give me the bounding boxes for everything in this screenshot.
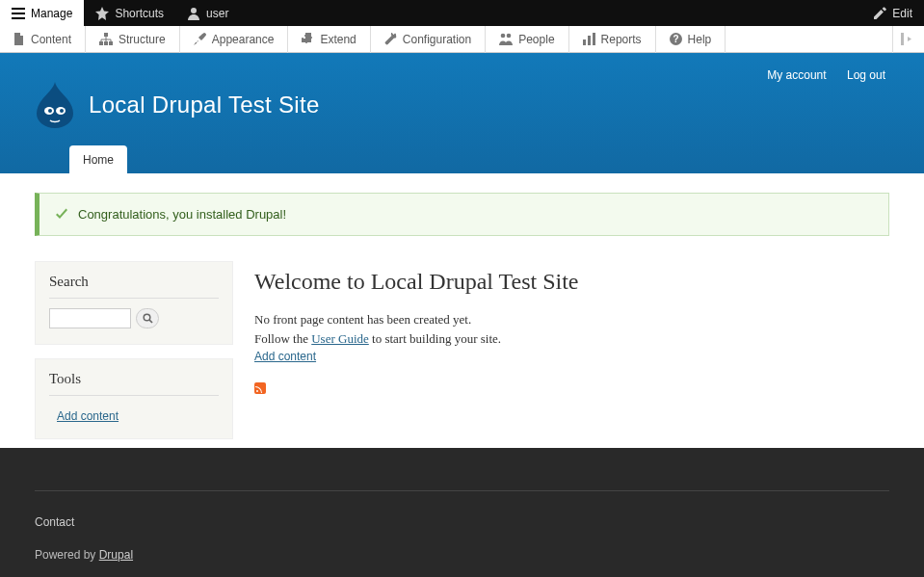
admin-appearance[interactable]: Appearance — [180, 26, 289, 53]
svg-point-9 — [507, 34, 512, 39]
toggle-icon — [901, 33, 916, 45]
svg-rect-7 — [109, 41, 113, 45]
add-content-link[interactable]: Add content — [254, 350, 316, 363]
svg-point-8 — [501, 34, 506, 39]
my-account-link[interactable]: My account — [767, 68, 826, 82]
wrench-icon — [384, 33, 397, 45]
puzzle-icon — [302, 33, 314, 45]
shortcuts-label: Shortcuts — [115, 7, 164, 20]
checkmark-icon — [55, 208, 68, 222]
admin-content[interactable]: Content — [0, 26, 86, 53]
page-title: Welcome to Local Drupal Test Site — [254, 269, 889, 295]
user-button[interactable]: user — [175, 0, 240, 26]
svg-rect-5 — [99, 41, 103, 45]
shortcuts-button[interactable]: Shortcuts — [84, 0, 175, 26]
admin-reports[interactable]: Reports — [569, 26, 656, 53]
tools-block: Tools Add content — [35, 358, 233, 439]
magnifier-icon — [143, 313, 153, 324]
admin-structure-label: Structure — [119, 33, 166, 46]
admin-people-label: People — [518, 33, 554, 46]
admin-reports-label: Reports — [601, 33, 642, 46]
primary-tabs: Home — [35, 145, 924, 173]
admin-extend-label: Extend — [320, 33, 356, 46]
search-input[interactable] — [49, 308, 131, 328]
search-block: Search — [35, 261, 233, 345]
paintbrush-icon — [194, 33, 206, 45]
site-name[interactable]: Local Drupal Test Site — [89, 92, 320, 118]
edit-button[interactable]: Edit — [862, 0, 924, 26]
follow-line: Follow the User Guide to start building … — [254, 329, 889, 349]
tools-add-content-link[interactable]: Add content — [49, 406, 119, 423]
powered-by: Powered by Drupal — [35, 548, 889, 562]
status-message: Congratulations, you installed Drupal! — [35, 193, 889, 236]
user-label: user — [206, 7, 228, 20]
hamburger-icon — [12, 7, 25, 20]
admin-configuration-label: Configuration — [403, 33, 471, 46]
body-text: No front page content has been created y… — [254, 310, 889, 348]
people-icon — [499, 33, 513, 45]
admin-content-label: Content — [31, 33, 71, 46]
structure-icon — [99, 33, 113, 45]
manage-button[interactable]: Manage — [0, 0, 84, 26]
admin-extend[interactable]: Extend — [288, 26, 370, 53]
svg-rect-15 — [901, 33, 904, 45]
user-silhouette-icon — [187, 7, 200, 20]
svg-point-20 — [144, 314, 150, 321]
svg-rect-11 — [588, 36, 591, 45]
no-front-text: No front page content has been created y… — [254, 310, 889, 329]
admin-structure[interactable]: Structure — [86, 26, 180, 53]
footer: Contact Powered by Drupal — [0, 448, 924, 577]
svg-point-18 — [48, 109, 52, 113]
user-links: My account Log out — [750, 68, 885, 82]
user-guide-link[interactable]: User Guide — [311, 331, 369, 346]
tab-home[interactable]: Home — [69, 145, 127, 173]
svg-rect-1 — [12, 13, 25, 14]
pencil-icon — [874, 7, 886, 19]
status-text: Congratulations, you installed Drupal! — [78, 207, 286, 222]
site-header: My account Log out Local Drupal Test Sit… — [0, 53, 924, 173]
star-icon — [95, 7, 109, 20]
svg-rect-12 — [593, 33, 595, 45]
footer-contact-link[interactable]: Contact — [35, 515, 889, 529]
admin-people[interactable]: People — [486, 26, 568, 53]
svg-rect-6 — [104, 41, 108, 45]
svg-rect-2 — [12, 17, 25, 19]
toolbar-top: Manage Shortcuts user Edit — [0, 0, 924, 26]
svg-rect-10 — [583, 39, 586, 45]
search-submit-button[interactable] — [136, 308, 159, 328]
edit-label: Edit — [892, 7, 912, 20]
bars-icon — [583, 33, 595, 45]
log-out-link[interactable]: Log out — [847, 68, 885, 82]
admin-appearance-label: Appearance — [212, 33, 275, 46]
help-icon: ? — [670, 33, 682, 45]
tools-title: Tools — [49, 371, 219, 396]
svg-point-3 — [191, 8, 197, 13]
orientation-toggle[interactable] — [892, 26, 924, 53]
admin-configuration[interactable]: Configuration — [371, 26, 486, 53]
svg-rect-0 — [12, 8, 25, 10]
svg-point-19 — [60, 109, 64, 113]
main-column: Welcome to Local Drupal Test Site No fro… — [254, 261, 889, 439]
sidebar: Search Tools Add content — [35, 261, 233, 439]
drupal-link[interactable]: Drupal — [99, 548, 133, 562]
svg-text:?: ? — [673, 34, 678, 44]
admin-help[interactable]: ? Help — [656, 26, 726, 53]
admin-help-label: Help — [688, 33, 712, 46]
toolbar-admin: Content Structure Appearance Extend Conf… — [0, 26, 924, 53]
svg-line-21 — [149, 320, 152, 323]
columns: Search Tools Add content Welcome to Loca… — [35, 261, 889, 439]
document-icon — [13, 33, 25, 45]
manage-label: Manage — [31, 7, 72, 20]
content-area: Congratulations, you installed Drupal! S… — [0, 173, 924, 478]
svg-rect-4 — [104, 33, 108, 37]
drupal-logo-icon[interactable] — [35, 82, 75, 128]
rss-icon[interactable] — [254, 382, 266, 394]
search-title: Search — [49, 274, 219, 299]
